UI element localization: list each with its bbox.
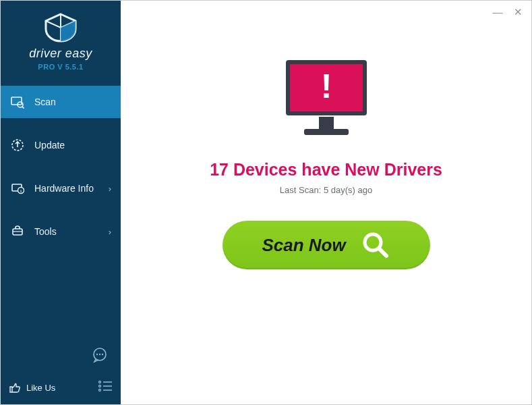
version-label: PRO V 5.5.1 (1, 63, 121, 71)
chevron-right-icon: › (109, 227, 111, 237)
svg-point-11 (99, 354, 100, 355)
brand-name: driver easy (1, 47, 121, 61)
sidebar: driver easy PRO V 5.5.1 Scan Update i (1, 1, 121, 404)
app-logo-icon (43, 13, 78, 43)
svg-point-15 (99, 389, 101, 392)
sidebar-item-tools[interactable]: Tools › (1, 215, 121, 248)
headline-text: 17 Devices have New Drivers (210, 160, 442, 180)
hardware-icon: i (10, 181, 25, 196)
close-button[interactable]: ✕ (512, 6, 523, 18)
svg-point-12 (102, 354, 103, 355)
tools-icon (10, 224, 25, 239)
sidebar-item-scan[interactable]: Scan (1, 86, 121, 118)
thumbs-up-icon (9, 381, 21, 394)
sidebar-item-label: Tools (34, 226, 109, 237)
main-panel: — ✕ ! 17 Devices have New Drivers Last S… (121, 1, 531, 404)
svg-point-13 (99, 381, 101, 383)
svg-text:!: ! (320, 68, 332, 105)
like-us-button[interactable]: Like Us (9, 381, 55, 394)
alert-monitor-icon: ! (276, 55, 377, 145)
minimize-button[interactable]: — (492, 6, 503, 18)
sidebar-footer-upper (1, 340, 121, 375)
nav: Scan Update i Hardware Info › Tools (1, 86, 121, 259)
sidebar-item-label: Update (34, 140, 111, 151)
scan-now-label: Scan Now (262, 235, 345, 256)
feedback-icon[interactable] (91, 346, 109, 364)
update-icon (10, 138, 25, 153)
sidebar-footer-lower: Like Us (1, 375, 121, 404)
svg-point-14 (99, 385, 101, 387)
scan-now-button[interactable]: Scan Now (223, 221, 430, 269)
sidebar-item-label: Scan (34, 97, 111, 107)
svg-rect-22 (304, 129, 349, 135)
window-controls: — ✕ (492, 6, 523, 18)
menu-list-icon[interactable] (98, 380, 113, 395)
magnify-icon (361, 230, 390, 260)
sidebar-item-label: Hardware Info (34, 183, 109, 194)
scan-icon (10, 94, 25, 109)
svg-rect-0 (11, 97, 22, 105)
sidebar-item-update[interactable]: Update (1, 129, 121, 161)
sidebar-item-hardware-info[interactable]: i Hardware Info › (1, 172, 121, 205)
like-us-label: Like Us (26, 383, 55, 393)
svg-rect-21 (319, 117, 334, 129)
svg-point-10 (96, 354, 98, 355)
svg-line-2 (22, 107, 24, 109)
last-scan-text: Last Scan: 5 day(s) ago (280, 185, 372, 195)
chevron-right-icon: › (109, 184, 111, 194)
logo-block: driver easy PRO V 5.5.1 (1, 1, 121, 76)
svg-line-25 (379, 248, 386, 256)
